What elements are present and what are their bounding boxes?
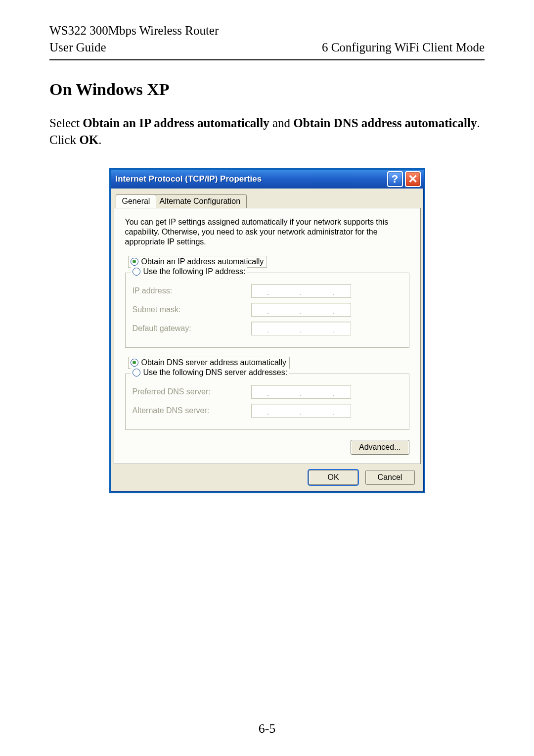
cancel-button[interactable]: Cancel <box>365 470 415 485</box>
radio-label: Use the following IP address: <box>143 267 246 276</box>
radio-obtain-dns-auto[interactable]: Obtain DNS server address automatically <box>128 357 290 369</box>
section-heading: On Windows XP <box>49 80 485 99</box>
radio-use-following-ip[interactable]: Use the following IP address: <box>131 267 248 276</box>
label-default-gateway: Default gateway: <box>133 324 251 333</box>
group-manual-ip: Use the following IP address: IP address… <box>125 273 409 348</box>
input-alternate-dns[interactable]: ... <box>251 404 351 418</box>
header-product: WS322 300Mbps Wireless Router <box>49 24 485 38</box>
radio-label: Obtain an IP address automatically <box>141 257 264 266</box>
radio-use-following-dns[interactable]: Use the following DNS server addresses: <box>131 368 290 377</box>
radio-icon <box>131 258 138 266</box>
radio-icon <box>133 268 140 276</box>
ok-button[interactable]: OK <box>309 470 358 485</box>
info-text: You can get IP settings assigned automat… <box>125 217 409 247</box>
input-default-gateway[interactable]: ... <box>251 322 351 335</box>
radio-icon <box>131 359 138 367</box>
dialog-titlebar: Internet Protocol (TCP/IP) Properties ? … <box>111 170 424 189</box>
header-doc: User Guide <box>49 41 106 54</box>
label-subnet-mask: Subnet mask: <box>133 305 251 314</box>
radio-icon <box>133 369 140 377</box>
page-number: 6-5 <box>0 721 534 736</box>
header-chapter: 6 Configuring WiFi Client Mode <box>322 41 485 54</box>
label-preferred-dns: Preferred DNS server: <box>133 387 251 396</box>
radio-label: Obtain DNS server address automatically <box>141 358 286 367</box>
dialog-title: Internet Protocol (TCP/IP) Properties <box>116 174 385 184</box>
close-button[interactable]: ✕ <box>405 171 421 187</box>
label-alternate-dns: Alternate DNS server: <box>133 406 251 415</box>
radio-label: Use the following DNS server addresses: <box>143 368 288 377</box>
tab-general[interactable]: General <box>116 194 157 208</box>
advanced-button[interactable]: Advanced... <box>351 440 409 455</box>
tab-panel-general: You can get IP settings assigned automat… <box>114 208 421 464</box>
tcpip-properties-dialog: Internet Protocol (TCP/IP) Properties ? … <box>109 168 425 493</box>
group-manual-dns: Use the following DNS server addresses: … <box>125 374 409 430</box>
instruction-paragraph: Select Obtain an IP address automaticall… <box>49 115 485 148</box>
tab-strip: General Alternate Configuration <box>116 194 421 208</box>
input-ip-address[interactable]: ... <box>251 284 351 298</box>
input-subnet-mask[interactable]: ... <box>251 303 351 317</box>
help-button[interactable]: ? <box>387 171 403 187</box>
input-preferred-dns[interactable]: ... <box>251 385 351 399</box>
radio-obtain-ip-auto[interactable]: Obtain an IP address automatically <box>128 256 267 268</box>
label-ip-address: IP address: <box>133 286 251 295</box>
tab-alternate-configuration[interactable]: Alternate Configuration <box>153 194 247 208</box>
